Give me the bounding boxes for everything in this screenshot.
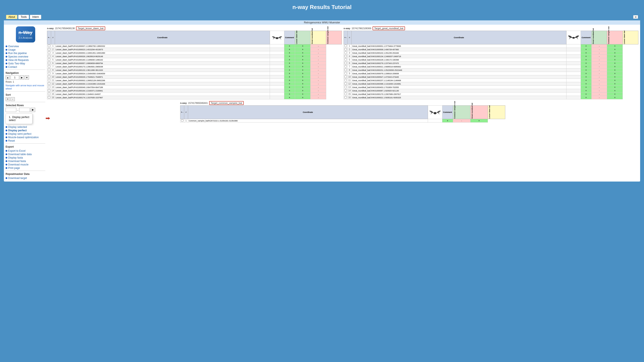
row-checkbox[interactable] [47, 89, 51, 92]
row-coordinate: Great_roundleaf_bat/JXIK01000170.1:20676… [352, 92, 566, 96]
row-start-input[interactable] [6, 108, 16, 112]
left-table-coord: 157417858408138 [55, 27, 75, 30]
sort-controls: + - [6, 97, 45, 101]
bat-svg-left [270, 33, 284, 42]
row-checkbox[interactable] [344, 55, 348, 58]
tab-tools[interactable]: Tools [18, 15, 29, 19]
row-checkbox[interactable] [344, 92, 348, 96]
sort-plus-button[interactable]: + [6, 97, 10, 101]
row-checkbox[interactable] [344, 44, 348, 48]
row-coordinate: Lesser_dawn_bat/PUFA01000002.1:26652128-… [55, 79, 270, 82]
row-end-input[interactable] [19, 108, 30, 112]
sidebar-item-usage[interactable]: Usage [6, 48, 45, 51]
right-table-target: Target_great_roundleaf_bat [372, 26, 405, 30]
row-checkbox[interactable] [47, 92, 51, 96]
nav-right-button[interactable]: ▶ [20, 75, 24, 80]
row-checkbox[interactable] [344, 68, 348, 72]
row-species-cell: - [592, 92, 607, 96]
row-species-cell: - [592, 55, 607, 58]
row-species-cell: - [310, 58, 326, 62]
row-checkbox[interactable] [47, 96, 51, 99]
row-checkbox[interactable] [47, 58, 51, 62]
download-fasta-link[interactable]: Download fasta [6, 159, 45, 163]
row-comment [566, 86, 581, 89]
sidebar-item-species[interactable]: Species overview [6, 55, 45, 58]
row-checkbox[interactable] [344, 62, 348, 65]
row-checkbox[interactable] [47, 55, 51, 58]
row-species-cell: + [581, 96, 592, 99]
sidebar-item-pipeline[interactable]: Run the pipeline [6, 51, 45, 55]
row-number: 5 [51, 58, 55, 62]
nav-up-button[interactable]: ▲ [6, 75, 10, 80]
row-comment [270, 89, 284, 92]
row-checkbox[interactable] [47, 86, 51, 89]
reset-link[interactable]: Reset [6, 139, 45, 142]
muscle-optimization-link[interactable]: Muscle-based optimization [6, 136, 45, 139]
repeatmasker-title: Repeatmasker Data [6, 173, 45, 176]
row-checkbox[interactable] [47, 72, 51, 75]
row-checkbox[interactable] [344, 58, 348, 62]
row-number: 1 [51, 44, 55, 48]
row-checkbox[interactable] [47, 44, 51, 48]
row-checkbox[interactable] [344, 79, 348, 82]
row-checkbox[interactable] [180, 119, 184, 122]
row-checkbox[interactable] [344, 75, 348, 79]
nav-page-input[interactable] [10, 75, 19, 80]
row-species-cell: + [295, 79, 310, 82]
th-num-r: # [348, 31, 352, 44]
row-checkbox[interactable] [47, 62, 51, 65]
row-checkbox[interactable] [344, 96, 348, 99]
sort-minus-button[interactable]: - [10, 97, 15, 101]
sidebar-item-overview[interactable]: Overview [6, 45, 45, 48]
display-perfect-link[interactable]: Display perfect [6, 129, 45, 132]
row-species-cell: + [581, 48, 592, 51]
tab-about[interactable]: About [6, 15, 18, 19]
row-checkbox[interactable] [47, 51, 51, 55]
row-checkbox[interactable] [47, 48, 51, 51]
row-species-cell: + [607, 96, 623, 99]
row-species-cell: + [295, 68, 310, 72]
row-species-cell: + [607, 89, 623, 92]
row-checkbox[interactable] [344, 51, 348, 55]
row-comment [566, 75, 581, 79]
row-checkbox[interactable] [47, 75, 51, 79]
row-comment [566, 72, 581, 75]
table-row: 14Great_roundleaf_bat/JXIK01000087.1:920… [344, 89, 638, 92]
th-checkbox-r: +- [344, 31, 348, 44]
download-table-link[interactable]: Download table data [6, 153, 45, 156]
row-checkbox[interactable] [47, 79, 51, 82]
row-number: 15 [51, 92, 55, 96]
row-checkbox[interactable] [47, 68, 51, 72]
row-checkbox[interactable] [344, 89, 348, 92]
dot-icon [6, 126, 7, 128]
export-excel-link[interactable]: Export to Excel [6, 149, 45, 153]
display-fasta-link[interactable]: Display fasta [6, 156, 45, 159]
row-number: 1 [184, 119, 188, 122]
sidebar-item-contact[interactable]: Contact [6, 65, 45, 69]
sidebar-item-twoway[interactable]: Goto Two-Way [6, 62, 45, 65]
row-checkbox[interactable] [344, 48, 348, 51]
print-page-link[interactable]: Print page [6, 166, 45, 170]
row-checkbox[interactable] [47, 82, 51, 86]
row-species-cell: + [284, 68, 295, 72]
sidebar-item-requests[interactable]: View All Requests [6, 58, 45, 62]
row-checkbox[interactable] [344, 82, 348, 86]
download-muscle-link[interactable]: Download muscle [6, 163, 45, 166]
download-target-link[interactable]: Download target [6, 176, 45, 180]
row-species-cell: - [592, 82, 607, 86]
email-icon[interactable]: ✉ [633, 15, 638, 19]
row-checkbox[interactable] [344, 65, 348, 68]
row-checkbox[interactable] [47, 65, 51, 68]
go-button[interactable]: ▶ [30, 108, 35, 112]
row-number: 3 [51, 51, 55, 55]
row-checkbox[interactable] [344, 86, 348, 89]
tab-intern[interactable]: Intern [30, 15, 41, 19]
nav-down-button[interactable]: ▼ [25, 75, 29, 80]
row-checkbox[interactable] [344, 72, 348, 75]
display-selected-link[interactable]: Display selected [6, 125, 45, 129]
table-row: 11Lesser_dawn_bat/PUFA01000002.1:2665212… [47, 79, 342, 82]
th-common-r: Common vampire bat [607, 31, 623, 44]
row-species-cell: - [310, 51, 326, 55]
display-semiperfect-link[interactable]: Display semi perfect [6, 132, 45, 136]
row-number: 7 [51, 65, 55, 68]
